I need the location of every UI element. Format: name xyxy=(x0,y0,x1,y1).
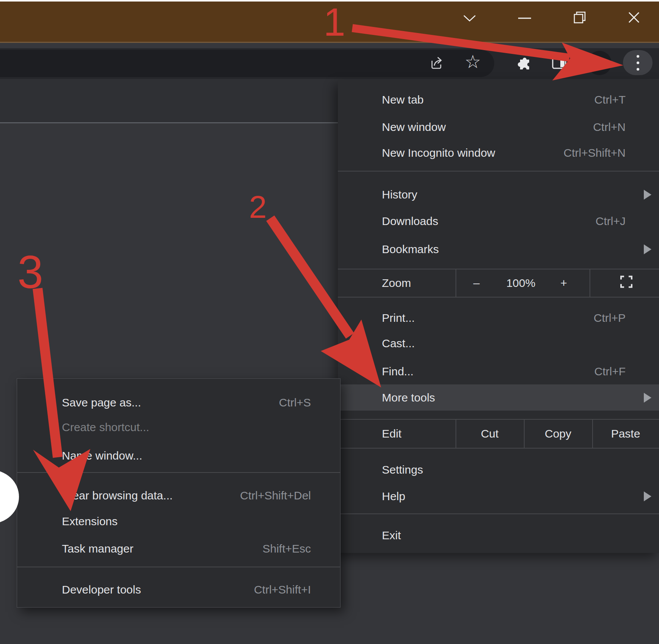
menu-item-label: Find... xyxy=(382,365,413,378)
submenu-arrow-icon xyxy=(644,244,651,254)
extensions-button[interactable] xyxy=(514,55,531,73)
menu-item-label: Developer tools xyxy=(62,583,141,596)
browser-window: ☆ New tab Ctrl+T xyxy=(0,0,659,644)
menu-item-label: History xyxy=(382,188,417,201)
menu-item-label: New window xyxy=(382,121,446,134)
menu-item-label: Exit xyxy=(382,529,401,542)
menu-item-new-incognito-window[interactable]: New Incognito window Ctrl+Shift+N xyxy=(338,140,659,166)
menu-item-bookmarks[interactable]: Bookmarks xyxy=(338,236,659,263)
minimize-button[interactable] xyxy=(516,11,533,27)
chrome-menu: New tab Ctrl+T New window Ctrl+N New Inc… xyxy=(338,80,659,553)
profile-avatar[interactable] xyxy=(587,51,612,75)
close-icon xyxy=(626,9,642,27)
share-button[interactable] xyxy=(427,54,445,73)
paste-button[interactable]: Paste xyxy=(592,420,659,448)
submenu-item-create-shortcut: Create shortcut... xyxy=(17,414,340,441)
bookmark-star-icon: ☆ xyxy=(465,53,481,71)
menu-item-label: Settings xyxy=(382,463,423,476)
submenu-arrow-icon xyxy=(644,491,651,501)
menu-item-help[interactable]: Help xyxy=(338,483,659,510)
menu-item-find[interactable]: Find... Ctrl+F xyxy=(338,358,659,385)
menu-item-label: Save page as... xyxy=(62,396,141,409)
menu-item-edit-row: Edit Cut Copy Paste xyxy=(338,419,659,449)
menu-item-shortcut: Ctrl+N xyxy=(593,121,626,134)
side-panel-icon xyxy=(551,55,568,73)
submenu-item-developer-tools[interactable]: Developer tools Ctrl+Shift+I xyxy=(17,576,340,603)
menu-item-label: Bookmarks xyxy=(382,243,439,256)
menu-item-label: Clear browsing data... xyxy=(62,489,173,502)
menu-item-shortcut: Ctrl+S xyxy=(279,396,311,409)
menu-item-shortcut: Ctrl+J xyxy=(596,215,626,228)
annotation-number-2: 2 xyxy=(249,191,267,223)
menu-item-label: New Incognito window xyxy=(382,146,495,159)
menu-item-label: Task manager xyxy=(62,542,133,555)
menu-item-label: Name window... xyxy=(62,449,142,462)
bookmark-button[interactable]: ☆ xyxy=(465,53,481,71)
address-bar[interactable] xyxy=(0,50,494,77)
fullscreen-icon xyxy=(619,275,634,289)
menu-item-shortcut: Ctrl+Shift+N xyxy=(564,146,626,159)
restore-icon xyxy=(572,9,588,27)
submenu-item-name-window[interactable]: Name window... xyxy=(17,442,340,469)
divider xyxy=(456,269,456,297)
submenu-item-save-page-as[interactable]: Save page as... Ctrl+S xyxy=(17,389,340,416)
menu-item-shortcut: Shift+Esc xyxy=(262,542,311,555)
menu-item-history[interactable]: History xyxy=(338,181,659,208)
menu-item-new-tab[interactable]: New tab Ctrl+T xyxy=(338,87,659,113)
menu-dots-icon xyxy=(637,61,639,64)
annotation-number-1: 1 xyxy=(323,2,345,42)
submenu-arrow-icon xyxy=(644,393,651,403)
minimize-icon xyxy=(517,11,532,27)
menu-item-label: New tab xyxy=(382,93,424,106)
zoom-in-button[interactable]: + xyxy=(550,277,577,290)
menu-item-label: Print... xyxy=(382,312,415,324)
menu-item-cast[interactable]: Cast... xyxy=(338,330,659,357)
menu-item-exit[interactable]: Exit xyxy=(338,522,659,549)
menu-item-label: Extensions xyxy=(62,515,118,528)
menu-item-shortcut: Ctrl+Shift+Del xyxy=(240,489,311,502)
menu-separator xyxy=(17,567,340,567)
window-chevron-button[interactable] xyxy=(461,11,478,27)
chevron-down-icon xyxy=(462,13,477,25)
divider xyxy=(590,269,590,297)
menu-separator xyxy=(17,472,340,473)
menu-item-zoom-row: Zoom – 100% + xyxy=(338,269,659,298)
menu-item-settings[interactable]: Settings xyxy=(338,457,659,483)
cut-button[interactable]: Cut xyxy=(456,420,524,448)
more-tools-submenu: Save page as... Ctrl+S Create shortcut..… xyxy=(17,378,341,608)
share-icon xyxy=(427,54,445,73)
menu-dots-icon xyxy=(637,68,639,71)
menu-item-shortcut: Ctrl+T xyxy=(594,93,626,106)
menu-dots-icon xyxy=(637,55,639,58)
fullscreen-button[interactable] xyxy=(618,275,635,292)
menu-item-shortcut: Ctrl+P xyxy=(594,312,626,324)
zoom-label: Zoom xyxy=(382,277,411,290)
submenu-item-extensions[interactable]: Extensions xyxy=(17,508,340,535)
zoom-out-button[interactable]: – xyxy=(463,277,490,290)
side-panel-button[interactable] xyxy=(551,55,568,73)
toolbar: ☆ xyxy=(0,48,659,79)
annotation-number-3: 3 xyxy=(17,249,43,295)
submenu-item-task-manager[interactable]: Task manager Shift+Esc xyxy=(17,535,340,562)
extensions-puzzle-icon xyxy=(514,55,531,73)
menu-item-shortcut: Ctrl+Shift+I xyxy=(254,583,311,596)
menu-item-label: Help xyxy=(382,490,405,503)
menu-item-label: Downloads xyxy=(382,215,438,228)
menu-item-label: Cast... xyxy=(382,337,415,350)
menu-item-label: More tools xyxy=(382,391,435,404)
edit-label: Edit xyxy=(382,427,402,440)
submenu-item-clear-browsing-data[interactable]: Clear browsing data... Ctrl+Shift+Del xyxy=(17,482,340,509)
copy-button[interactable]: Copy xyxy=(524,420,592,448)
three-dot-menu-button[interactable] xyxy=(623,50,653,75)
submenu-arrow-icon xyxy=(644,190,651,200)
menu-item-more-tools[interactable]: More tools xyxy=(338,384,659,411)
menu-item-print[interactable]: Print... Ctrl+P xyxy=(338,305,659,331)
menu-item-new-window[interactable]: New window Ctrl+N xyxy=(338,114,659,140)
close-button[interactable] xyxy=(626,10,642,27)
zoom-level-value: 100% xyxy=(497,277,544,290)
menu-separator xyxy=(338,171,659,172)
restore-button[interactable] xyxy=(571,10,588,27)
menu-item-shortcut: Ctrl+F xyxy=(594,365,626,378)
white-blob xyxy=(0,470,19,524)
menu-item-downloads[interactable]: Downloads Ctrl+J xyxy=(338,208,659,235)
